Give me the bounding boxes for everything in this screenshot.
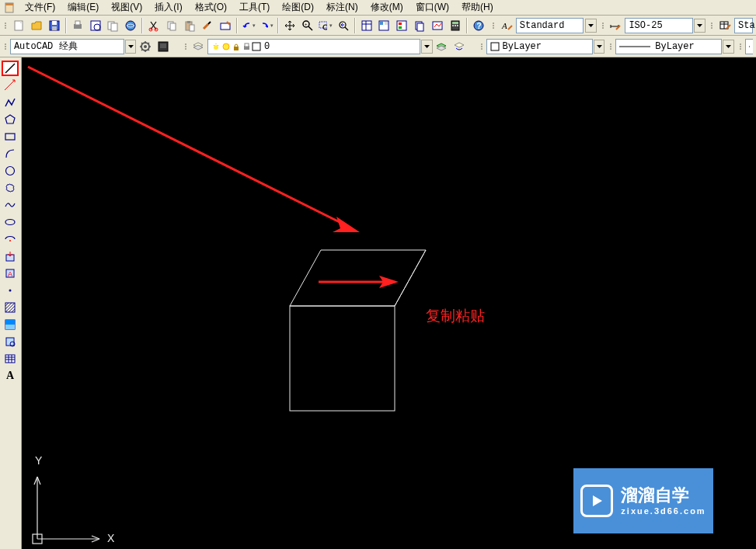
paste-button[interactable] — [181, 17, 198, 34]
redo-button[interactable] — [258, 17, 275, 34]
toolbar-grip[interactable] — [481, 38, 484, 55]
menu-help[interactable]: 帮助(H) — [455, 0, 500, 16]
ellipse-arc-tool[interactable] — [2, 231, 19, 247]
color-value: ByLayer — [503, 41, 542, 52]
dropdown-arrow-icon[interactable] — [594, 40, 605, 54]
layer-previous-button[interactable] — [434, 38, 451, 55]
save-button[interactable] — [46, 17, 63, 34]
dropdown-arrow-icon[interactable] — [694, 19, 705, 33]
table-style-manager-icon[interactable] — [716, 17, 733, 34]
dim-style-dropdown[interactable]: ISO-25 — [625, 18, 693, 33]
dropdown-arrow-icon[interactable] — [585, 19, 597, 33]
insert-block-tool[interactable] — [2, 248, 19, 264]
dim-style-manager-icon[interactable] — [608, 17, 625, 34]
region-tool[interactable] — [2, 334, 19, 349]
make-block-tool[interactable]: A — [2, 266, 19, 281]
text-style-dropdown[interactable]: Standard — [516, 18, 584, 33]
line-tool[interactable] — [2, 61, 19, 76]
copy-button[interactable] — [163, 17, 180, 34]
workspace-settings-button[interactable] — [137, 38, 154, 55]
toolbar-grip[interactable] — [185, 38, 188, 55]
linetype-value: ByLayer — [655, 41, 694, 52]
menu-tools[interactable]: 工具(T) — [233, 0, 276, 16]
menu-format[interactable]: 格式(O) — [189, 0, 233, 16]
layer-states-button[interactable] — [451, 38, 468, 55]
construction-line-tool[interactable] — [2, 78, 19, 93]
toolbar-grip[interactable] — [493, 17, 496, 34]
rectangle-tool[interactable] — [2, 129, 19, 144]
design-center-button[interactable] — [375, 17, 392, 34]
toolbar-grip[interactable] — [602, 17, 605, 34]
zoom-previous-button[interactable] — [335, 17, 352, 34]
hatch-tool[interactable] — [2, 300, 19, 315]
circle-tool[interactable] — [2, 163, 19, 179]
toolbar-grip[interactable] — [610, 38, 613, 55]
menu-file[interactable]: 文件(F) — [19, 0, 61, 16]
drawing-canvas[interactable]: 复制粘贴 Y X 溜溜自学 zixue.3d66.com — [22, 57, 756, 549]
workspace-dropdown[interactable]: AutoCAD 经典 — [10, 39, 124, 54]
table-style-dropdown[interactable]: Sta — [734, 18, 753, 33]
linetype-dropdown[interactable]: ByLayer — [615, 39, 722, 54]
layer-properties-manager-button[interactable] — [190, 38, 207, 55]
cut-button[interactable] — [145, 17, 162, 34]
gradient-tool[interactable] — [2, 317, 19, 332]
menu-window[interactable]: 窗口(W) — [409, 0, 455, 16]
sheet-set-manager-button[interactable] — [411, 17, 428, 34]
layer-dropdown[interactable]: 0 — [207, 39, 420, 54]
menu-modify[interactable]: 修改(M) — [364, 0, 409, 16]
menu-view[interactable]: 视图(V) — [105, 0, 148, 16]
publish-button[interactable] — [105, 17, 122, 34]
watermark-brand: 溜溜自学 — [621, 485, 705, 506]
pan-realtime-button[interactable] — [281, 17, 298, 34]
svg-rect-95 — [290, 306, 395, 411]
dropdown-arrow-icon[interactable] — [723, 40, 734, 54]
svg-rect-42 — [452, 22, 458, 24]
menu-edit[interactable]: 编辑(E) — [61, 0, 105, 16]
layer-status-icons — [211, 42, 261, 51]
markup-set-manager-button[interactable] — [429, 17, 446, 34]
quickcalc-button[interactable] — [447, 17, 464, 34]
multiline-text-tool[interactable]: A — [2, 368, 19, 384]
lineweight-dropdown[interactable] — [745, 39, 753, 54]
block-editor-button[interactable] — [217, 17, 234, 34]
undo-button[interactable] — [240, 17, 257, 34]
properties-button[interactable] — [358, 17, 375, 34]
svg-rect-61 — [234, 47, 239, 50]
zoom-realtime-button[interactable]: + — [299, 17, 316, 34]
revision-cloud-tool[interactable] — [2, 180, 19, 196]
tool-palettes-button[interactable] — [393, 17, 410, 34]
polygon-tool[interactable] — [2, 112, 19, 127]
zoom-window-button[interactable] — [317, 17, 334, 34]
match-properties-button[interactable] — [199, 17, 216, 34]
toolbar-grip[interactable] — [5, 17, 8, 34]
svg-rect-8 — [91, 21, 100, 30]
dropdown-arrow-icon[interactable] — [125, 40, 137, 54]
color-dropdown[interactable]: ByLayer — [486, 39, 593, 54]
point-tool[interactable] — [2, 283, 19, 298]
svg-point-74 — [5, 220, 15, 225]
toolbar-grip[interactable] — [5, 38, 8, 55]
svg-rect-1 — [5, 3, 13, 5]
toolbar-grip[interactable] — [711, 17, 714, 34]
menu-draw[interactable]: 绘图(D) — [276, 0, 320, 16]
3d-dwf-button[interactable] — [122, 17, 139, 34]
spline-tool[interactable] — [2, 197, 19, 213]
plot-preview-button[interactable] — [87, 17, 104, 34]
menu-insert[interactable]: 插入(I) — [148, 0, 188, 16]
print-button[interactable] — [69, 17, 86, 34]
dropdown-arrow-icon[interactable] — [421, 40, 433, 54]
arc-tool[interactable] — [2, 146, 19, 162]
menu-dimension[interactable]: 标注(N) — [320, 0, 364, 16]
open-button[interactable] — [28, 17, 45, 34]
annotation-arrow-diagonal — [28, 67, 360, 232]
svg-rect-29 — [362, 21, 371, 30]
toolbar-grip[interactable] — [740, 38, 743, 55]
ellipse-tool[interactable] — [2, 214, 19, 230]
polyline-tool[interactable] — [2, 95, 19, 110]
new-button[interactable] — [10, 17, 27, 34]
svg-rect-11 — [111, 23, 117, 31]
help-button[interactable]: ? — [470, 17, 487, 34]
text-style-manager-icon[interactable]: A — [498, 17, 515, 34]
my-workspace-button[interactable] — [155, 38, 172, 55]
table-tool[interactable] — [2, 351, 19, 367]
